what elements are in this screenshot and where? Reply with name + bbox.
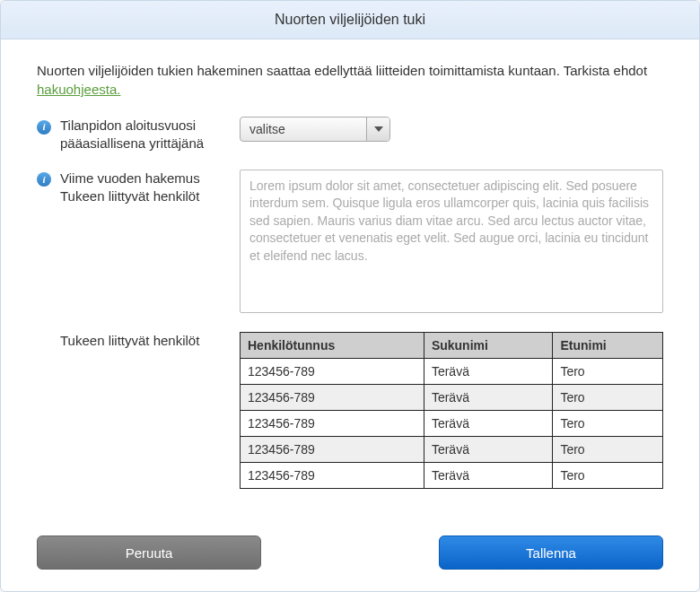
table-row: 123456-789TeräväTero [241,384,663,410]
cell-ssn: 123456-789 [241,436,424,462]
chevron-down-icon [366,118,389,141]
intro-text-before: Nuorten viljelijöiden tukien hakeminen s… [37,63,647,78]
info-icon[interactable]: i [37,172,51,187]
cell-ssn: 123456-789 [241,384,424,410]
col-ssn: Henkilötunnus [241,332,424,358]
col-lastname: Sukunimi [424,332,553,358]
cell-firstname: Tero [553,410,663,436]
start-year-selected: valitse [241,118,366,141]
last-year-textarea[interactable] [240,170,663,313]
cell-firstname: Tero [553,384,663,410]
cell-ssn: 123456-789 [241,462,424,488]
intro-text: Nuorten viljelijöiden tukien hakeminen s… [37,61,663,99]
row-last-year: i Viime vuoden hakemus Tukeen liittyvät … [37,170,663,316]
cell-lastname: Terävä [424,436,553,462]
table-row: 123456-789TeräväTero [241,436,663,462]
start-year-select[interactable]: valitse [240,117,390,142]
row-persons: Tukeen liittyvät henkilöt Henkilötunnus … [37,332,663,489]
last-year-label-line1: Viime vuoden hakemus [60,170,232,187]
dialog: Nuorten viljelijöiden tuki Nuorten vilje… [0,0,700,592]
cell-lastname: Terävä [424,384,553,410]
guide-link[interactable]: hakuohjeesta. [37,82,120,97]
cell-firstname: Tero [553,436,663,462]
table-row: 123456-789TeräväTero [241,410,663,436]
table-row: 123456-789TeräväTero [241,462,663,488]
persons-label: Tukeen liittyvät henkilöt [60,332,240,350]
table-row: 123456-789TeräväTero [241,358,663,384]
last-year-label-line2: Tukeen liittyvät henkilöt [60,187,232,205]
persons-table: Henkilötunnus Sukunimi Etunimi 123456-78… [240,332,663,489]
cell-ssn: 123456-789 [241,410,424,436]
cell-lastname: Terävä [424,462,553,488]
row-start-year: i Tilanpidon aloitusvuosi pääasiallisena… [37,117,663,153]
table-header-row: Henkilötunnus Sukunimi Etunimi [241,332,663,358]
svg-marker-0 [374,126,383,132]
dialog-body: Nuorten viljelijöiden tukien hakeminen s… [1,39,699,519]
save-button[interactable]: Tallenna [439,535,663,570]
cell-ssn: 123456-789 [241,358,424,384]
cancel-button[interactable]: Peruuta [37,535,261,570]
cell-firstname: Tero [553,358,663,384]
dialog-footer: Peruuta Tallenna [1,519,699,591]
dialog-title: Nuorten viljelijöiden tuki [1,1,699,39]
info-icon[interactable]: i [37,120,51,135]
col-firstname: Etunimi [553,332,663,358]
start-year-label: Tilanpidon aloitusvuosi pääasiallisena y… [60,117,240,153]
cell-lastname: Terävä [424,358,553,384]
cell-firstname: Tero [553,462,663,488]
cell-lastname: Terävä [424,410,553,436]
last-year-label: Viime vuoden hakemus Tukeen liittyvät he… [60,170,240,206]
